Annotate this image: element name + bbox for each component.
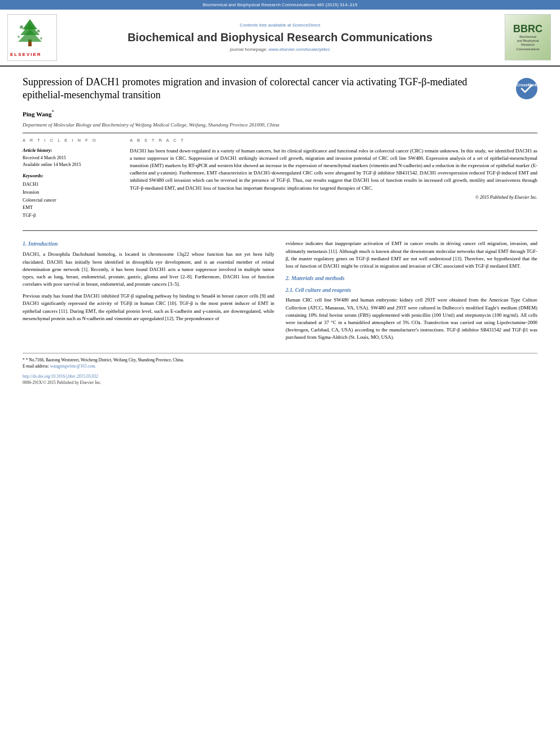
body-right-column: evidence indicates that inappropriate ac…: [286, 240, 537, 346]
page-footer: http://dx.doi.org/10.1016/j.bbrc.2015.03…: [23, 374, 537, 386]
svg-text:CrossMark: CrossMark: [517, 83, 537, 87]
svg-point-6: [18, 36, 20, 38]
article-received: Received 4 March 2015: [23, 155, 119, 161]
author-name: Ping Wang: [23, 111, 51, 117]
header-divider: [23, 133, 537, 133]
homepage-link[interactable]: www.elsevier.com/locate/ybbrc: [269, 47, 330, 52]
article-title-section: Suppression of DACH1 promotes migration …: [23, 76, 537, 102]
svg-point-7: [40, 37, 42, 40]
copyright-line: © 2015 Published by Elsevier Inc.: [130, 194, 537, 200]
keyword-3: Colorectal cancer: [23, 196, 119, 204]
journal-center: Contents lists available at ScienceDirec…: [58, 22, 502, 53]
abstract-label: A B S T R A C T: [130, 138, 537, 144]
section1-paragraph3-right: evidence indicates that inappropriate ac…: [286, 240, 537, 270]
article-info-abstract: A R T I C L E I N F O Article history: R…: [23, 138, 537, 224]
keywords-group: Keywords: DACH1 Invasion Colorectal canc…: [23, 173, 119, 219]
keyword-4: EMT: [23, 204, 119, 212]
keywords-list: DACH1 Invasion Colorectal cancer EMT TGF…: [23, 181, 119, 219]
author-line: Ping Wang*: [23, 108, 537, 119]
abstract-text: DACH1 has been found down-regulated in a…: [130, 147, 537, 192]
journal-header: ELSEVIER Contents lists available at Sci…: [0, 10, 560, 66]
article-info-column: A R T I C L E I N F O Article history: R…: [23, 138, 119, 224]
keyword-5: TGF-β: [23, 212, 119, 220]
section2-1-text: Human CRC cell line SW480 and human embr…: [286, 296, 537, 341]
bbrc-letters: BBRC: [513, 24, 542, 34]
elsevier-logo-box: ELSEVIER: [7, 14, 57, 60]
keyword-2: Invasion: [23, 189, 119, 196]
doi-link[interactable]: http://dx.doi.org/10.1016/j.bbrc.2015.03…: [23, 374, 98, 379]
svg-point-5: [37, 30, 40, 33]
email-label: E-mail address:: [23, 364, 50, 369]
body-content: 1. Introduction DACH1, a Drosophila Dach…: [23, 240, 537, 346]
sciencedirect-link[interactable]: Contents lists available at ScienceDirec…: [69, 22, 491, 28]
email-line: E-mail address: wangpingwfmc@163.com.: [23, 363, 537, 369]
bbrc-logo: BBRC Biochemicaland BiophysicalResearchC…: [505, 14, 551, 60]
section1-paragraph1: DACH1, a Drosophila Dachshund homolog, i…: [23, 251, 274, 288]
section2-heading: 2. Materials and methods: [286, 274, 537, 282]
bbrc-logo-container: BBRC Biochemicaland BiophysicalResearchC…: [502, 14, 553, 60]
elsevier-wordmark: ELSEVIER: [10, 51, 54, 58]
main-content: Suppression of DACH1 promotes migration …: [0, 67, 560, 395]
abstract-column: A B S T R A C T DACH1 has been found dow…: [130, 138, 537, 224]
email-link[interactable]: wangpingwfmc@163.com.: [50, 364, 96, 369]
keyword-1: DACH1: [23, 181, 119, 189]
keywords-title: Keywords:: [23, 173, 119, 180]
issn-line: 0006-291X/© 2015 Published by Elsevier I…: [23, 380, 537, 386]
journal-homepage: journal homepage: www.elsevier.com/locat…: [69, 46, 491, 53]
section1-heading: 1. Introduction: [23, 240, 274, 248]
body-divider: [23, 230, 537, 231]
crossmark-icon: CrossMark: [516, 78, 537, 99]
elsevier-tree-icon: [10, 17, 50, 48]
article-title-text: Suppression of DACH1 promotes migration …: [23, 76, 510, 102]
affiliation: Department of Molecular Biology and Bioc…: [23, 121, 537, 129]
article-history-title: Article history:: [23, 147, 119, 154]
article-available: Available online 14 March 2015: [23, 161, 119, 168]
sciencedirect-anchor[interactable]: ScienceDirect: [292, 23, 320, 28]
footnote-address: * * No.7166, Baotong Weststreet, Weichen…: [23, 357, 537, 363]
journal-title: Biochemical and Biophysical Research Com…: [69, 30, 491, 44]
article-history-group: Article history: Received 4 March 2015 A…: [23, 147, 119, 169]
author-footnote-marker: *: [51, 109, 54, 115]
article-info-label: A R T I C L E I N F O: [23, 138, 119, 144]
svg-point-8: [517, 78, 537, 99]
section2-1-heading: 2.1. Cell culture and reagents: [286, 287, 537, 294]
body-left-column: 1. Introduction DACH1, a Drosophila Dach…: [23, 240, 274, 346]
journal-citation-bar: Biochemical and Biophysical Research Com…: [0, 0, 560, 10]
elsevier-logo: ELSEVIER: [7, 14, 58, 60]
journal-citation-text: Biochemical and Biophysical Research Com…: [203, 2, 357, 7]
crossmark-badge[interactable]: CrossMark: [516, 78, 537, 99]
doi-line: http://dx.doi.org/10.1016/j.bbrc.2015.03…: [23, 374, 537, 380]
footnotes: * * No.7166, Baotong Weststreet, Weichen…: [23, 353, 537, 370]
section1-paragraph2: Previous study has found that DACH1 inhi…: [23, 292, 274, 322]
footnote-address-text: * No.7166, Baotong Weststreet, Weicheng …: [26, 357, 184, 362]
svg-point-4: [20, 25, 23, 29]
